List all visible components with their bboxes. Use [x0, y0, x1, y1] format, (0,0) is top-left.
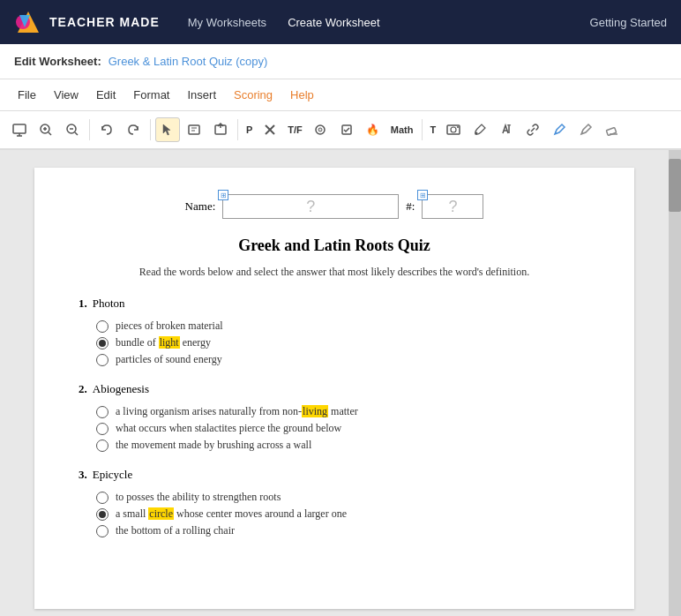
toolbar-redo-btn[interactable] [121, 117, 146, 142]
q1-answer-2: bundle of light energy [116, 336, 211, 349]
toolbar-pen-btn[interactable] [547, 117, 572, 142]
worksheet-instructions: Read the words below and select the answ… [79, 266, 590, 279]
hash-label: #: [406, 199, 415, 214]
paint-icon [473, 123, 487, 137]
worksheet-container[interactable]: Name: ⊞ ? #: ⊞ ? Greek and Latin Roots Q… [0, 150, 669, 616]
q2-option-2[interactable]: what occurs when stalactites pierce the … [96, 422, 590, 435]
q1-answer-1: pieces of broken material [116, 319, 223, 333]
svg-point-24 [319, 130, 320, 131]
worksheet-title-link[interactable]: Greek & Latin Root Quiz (copy) [109, 55, 268, 68]
toolbar-undo-btn[interactable] [94, 117, 119, 142]
toolbar-image-btn[interactable] [208, 117, 233, 142]
toolbar-checkbox-btn[interactable] [334, 117, 359, 142]
toolbar-tf-btn[interactable]: T/F [284, 117, 306, 142]
name-row: Name: ⊞ ? #: ⊞ ? [79, 194, 590, 219]
q1-radio-3[interactable] [96, 354, 109, 366]
present-icon [12, 123, 26, 137]
q2-number: 2. [79, 382, 87, 396]
create-worksheet-link[interactable]: Create Worksheet [288, 16, 380, 29]
question-1-block: 1. Photon pieces of broken material bund… [79, 297, 590, 366]
menu-edit[interactable]: Edit [89, 85, 123, 105]
q3-option-3[interactable]: the bottom of a rolling chair [96, 524, 590, 537]
svg-line-13 [75, 132, 78, 135]
q3-radio-2[interactable] [96, 508, 109, 521]
toolbar-present-btn[interactable] [7, 117, 32, 142]
q2-radio-1[interactable] [96, 406, 109, 418]
q2-word: Abiogenesis [93, 382, 149, 396]
fire-icon: 🔥 [366, 124, 379, 136]
q2-answer-2: what occurs when stalactites pierce the … [116, 422, 341, 435]
pen-icon [552, 123, 566, 137]
toolbar-link-btn[interactable] [520, 117, 545, 142]
menu-view[interactable]: View [47, 85, 86, 105]
eraser-icon [605, 123, 619, 137]
q1-option-3[interactable]: particles of sound energy [96, 353, 590, 366]
name-label: Name: [185, 199, 216, 214]
toolbar-format-btn[interactable] [494, 117, 519, 142]
q2-option-3[interactable]: the movement made by brushing across a w… [96, 439, 590, 452]
target-icon [314, 124, 326, 136]
menu-insert[interactable]: Insert [180, 85, 223, 105]
q2-answer-3: the movement made by brushing across a w… [116, 439, 311, 452]
q2-option-1[interactable]: a living organism arises naturally from … [96, 405, 590, 418]
toolbar-math-btn[interactable]: Math [387, 117, 417, 142]
q1-option-2[interactable]: bundle of light energy [96, 336, 590, 349]
toolbar-eraser-btn[interactable] [600, 117, 625, 142]
zoom-in-icon [39, 123, 53, 137]
svg-point-27 [451, 127, 456, 132]
menu-help[interactable]: Help [283, 85, 321, 105]
q1-answer-3: particles of sound energy [116, 353, 222, 366]
name-input-field[interactable]: ⊞ ? [222, 194, 399, 219]
menu-scoring[interactable]: Scoring [227, 85, 280, 105]
q3-option-2[interactable]: a small circle whose center moves around… [96, 507, 590, 521]
toolbar-pencil-btn[interactable] [573, 117, 598, 142]
q3-radio-3[interactable] [96, 525, 109, 537]
hash-corner-handle: ⊞ [417, 190, 428, 200]
q2-answer-1: a living organism arises naturally from … [116, 405, 358, 418]
toolbar-textbox-btn[interactable] [182, 117, 206, 142]
toolbar: P T/F 🔥 Math T [0, 111, 681, 150]
q1-number: 1. [79, 297, 87, 311]
q1-option-1[interactable]: pieces of broken material [96, 319, 590, 333]
getting-started-link[interactable]: Getting Started [590, 16, 667, 29]
q3-word: Epicycle [93, 468, 132, 482]
toolbar-paint-btn[interactable] [468, 117, 492, 142]
q2-radio-3[interactable] [96, 439, 109, 452]
svg-line-10 [49, 132, 51, 135]
edit-bar-label: Edit Worksheet: [14, 55, 101, 68]
toolbar-cross-btn[interactable] [258, 117, 282, 142]
toolbar-sep-3 [237, 119, 238, 140]
toolbar-zoom-in-btn[interactable] [34, 117, 58, 142]
q2-radio-2[interactable] [96, 423, 109, 435]
q3-radio-1[interactable] [96, 492, 109, 504]
q3-answer-3: the bottom of a rolling chair [116, 524, 235, 537]
toolbar-circle-btn[interactable] [308, 117, 333, 142]
toolbar-zoom-out-btn[interactable] [60, 117, 85, 142]
toolbar-text-btn[interactable]: T [427, 117, 440, 142]
toolbar-p-btn[interactable]: P [243, 117, 256, 142]
toolbar-photo-btn[interactable] [441, 117, 466, 142]
format-icon [499, 123, 513, 137]
name-corner-handle: ⊞ [218, 190, 228, 200]
toolbar-cursor-btn[interactable] [155, 117, 180, 142]
my-worksheets-link[interactable]: My Worksheets [188, 16, 266, 29]
link-icon [526, 123, 540, 137]
menu-bar: File View Edit Format Insert Scoring Hel… [0, 79, 681, 111]
q3-option-1[interactable]: to posses the ability to strengthen root… [96, 491, 590, 504]
svg-point-28 [457, 126, 459, 128]
q1-radio-1[interactable] [96, 320, 109, 333]
hash-input-field[interactable]: ⊞ ? [422, 194, 483, 219]
menu-file[interactable]: File [11, 85, 43, 105]
menu-format[interactable]: Format [126, 85, 176, 105]
content-area: Name: ⊞ ? #: ⊞ ? Greek and Latin Roots Q… [0, 150, 681, 616]
checkbox-icon [340, 124, 353, 136]
q1-radio-2[interactable] [96, 337, 109, 349]
toolbar-fire-btn[interactable]: 🔥 [361, 117, 385, 142]
worksheet-page: Name: ⊞ ? #: ⊞ ? Greek and Latin Roots Q… [34, 168, 634, 609]
vertical-scrollbar[interactable] [669, 150, 681, 616]
toolbar-sep-4 [422, 119, 423, 140]
logo-text: TEACHER MAdE [49, 15, 160, 29]
scrollbar-thumb[interactable] [669, 159, 681, 212]
logo-icon [14, 8, 42, 36]
q3-answer-1: to posses the ability to strengthen root… [116, 491, 281, 504]
